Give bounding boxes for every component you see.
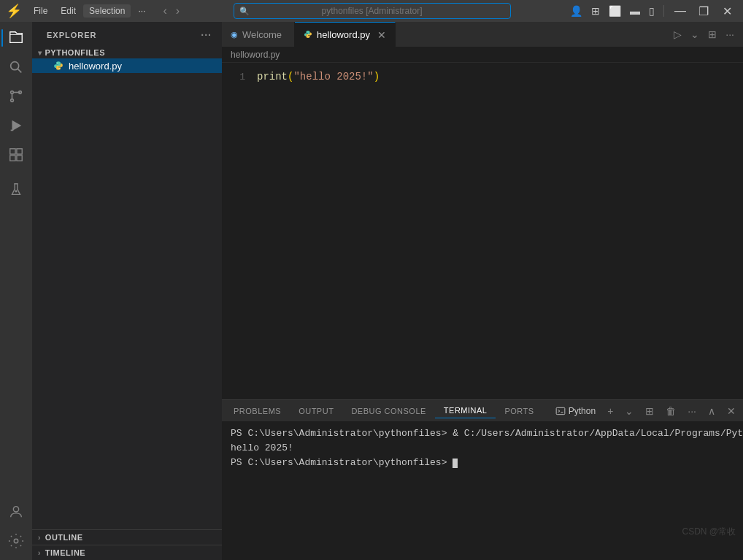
timeline-section[interactable]: › Timeline [32, 545, 222, 560]
maximize-button[interactable]: ❐ [693, 4, 714, 18]
shell-name: Python [569, 406, 596, 416]
folder-name: PYTHONFILES [45, 48, 106, 57]
token-print: print [257, 71, 288, 83]
folder-header[interactable]: ▾ PYTHONFILES [32, 47, 222, 58]
breadcrumb-text: helloword.py [231, 50, 280, 60]
terminal-cursor [453, 459, 458, 468]
nav-back-button[interactable]: ‹ [160, 4, 169, 18]
split-terminal-icon[interactable]: ⊞ [641, 404, 658, 418]
split-editor-icon[interactable]: ⊞ [705, 27, 720, 42]
welcome-tab-icon: ◉ [231, 30, 238, 39]
layout-grid-icon[interactable]: ⊞ [588, 4, 603, 18]
terminal-text-1: PS C:\Users\Administrator\pythonfiles> &… [231, 428, 743, 439]
svg-point-2 [11, 91, 14, 94]
sidebar-item-test[interactable] [3, 177, 29, 203]
minimize-button[interactable]: — [670, 4, 690, 18]
svg-point-13 [13, 507, 18, 512]
svg-line-1 [18, 69, 21, 72]
sidebar-item-settings[interactable] [3, 528, 29, 554]
terminal-actions: Python + ⌄ ⊞ 🗑 ··· ∧ ✕ [551, 404, 740, 418]
svg-rect-9 [17, 149, 22, 154]
terminal-tabs: PROBLEMS OUTPUT DEBUG CONSOLE TERMINAL P… [222, 400, 743, 422]
folder-chevron-icon: ▾ [38, 49, 42, 57]
terminal-line-1: PS C:\Users\Administrator\pythonfiles> &… [231, 426, 734, 441]
tab-helloword[interactable]: helloword.py ✕ [295, 22, 396, 47]
run-button[interactable]: ▷ [671, 27, 685, 42]
close-terminal-icon[interactable]: ✕ [723, 404, 740, 418]
sidebar-item-search[interactable] [3, 54, 29, 80]
terminal-dropdown-icon[interactable]: ⌄ [620, 404, 638, 418]
tab-terminal[interactable]: TERMINAL [435, 403, 496, 418]
terminal-line-3: PS C:\Users\Administrator\pythonfiles> [231, 456, 734, 470]
file-item-helloword[interactable]: helloword.py [32, 58, 222, 73]
tab-welcome-label: Welcome [242, 29, 282, 40]
sidebar-item-run[interactable] [3, 112, 29, 139]
tab-output[interactable]: OUTPUT [290, 404, 342, 418]
add-terminal-button[interactable]: + [603, 404, 617, 418]
activity-bar-bottom [3, 499, 29, 560]
title-controls: 👤 ⊞ ⬜ ▬ ▯ — ❐ ✕ [567, 4, 737, 18]
layout-sidebar-icon[interactable]: ▯ [646, 4, 658, 18]
sidebar-item-explorer[interactable] [3, 25, 29, 51]
timeline-chevron-icon: › [38, 549, 41, 557]
tab-problems[interactable]: PROBLEMS [225, 404, 290, 418]
tab-ports[interactable]: PORTS [496, 404, 542, 418]
collapse-terminal-icon[interactable]: ∧ [704, 404, 720, 418]
svg-rect-17 [556, 407, 565, 414]
menu-selection[interactable]: Selection [83, 4, 131, 18]
tab-bar: ◉ Welcome helloword.py ✕ ▷ ⌄ ⊞ ··· [222, 22, 743, 47]
tab-welcome[interactable]: ◉ Welcome [222, 22, 295, 47]
svg-rect-8 [10, 149, 15, 154]
terminal-text-2: hello 2025! [231, 442, 293, 453]
sidebar-item-source-control[interactable] [3, 83, 29, 110]
menu-bar: File Edit Selection ··· [28, 4, 151, 18]
svg-rect-10 [10, 156, 15, 161]
search-activity-icon [8, 59, 24, 75]
nav-forward-button[interactable]: › [173, 4, 182, 18]
terminal-content[interactable]: PS C:\Users\Administrator\pythonfiles> &… [222, 422, 743, 560]
menu-edit[interactable]: Edit [55, 4, 82, 18]
editor-more-icon[interactable]: ··· [723, 27, 737, 42]
search-bar: 🔍 [188, 3, 555, 19]
menu-more[interactable]: ··· [132, 4, 151, 18]
sidebar-header-icons: ··· [199, 28, 213, 42]
terminal-shell-label: Python [551, 404, 600, 418]
terminal-line-2: hello 2025! [231, 441, 734, 456]
sidebar-item-account[interactable] [3, 499, 29, 525]
sidebar-item-extensions[interactable] [3, 142, 29, 168]
source-control-icon [8, 88, 24, 104]
account-title-icon[interactable]: 👤 [567, 4, 585, 18]
settings-icon [8, 533, 24, 549]
layout-panel-icon[interactable]: ▬ [627, 4, 643, 18]
svg-point-0 [11, 62, 19, 70]
run-dropdown-icon[interactable]: ⌄ [688, 27, 702, 42]
search-input[interactable] [234, 3, 511, 19]
test-icon [8, 182, 24, 198]
terminal-more-icon[interactable]: ··· [683, 404, 701, 418]
menu-file[interactable]: File [28, 4, 53, 18]
sidebar-bottom: › Outline › Timeline [32, 529, 222, 560]
svg-point-15 [57, 63, 58, 64]
layout-split-icon[interactable]: ⬜ [606, 4, 624, 18]
tab-debug-console[interactable]: DEBUG CONSOLE [342, 404, 434, 418]
close-button[interactable]: ✕ [717, 4, 737, 18]
new-file-icon[interactable]: ··· [199, 28, 213, 42]
code-content-1[interactable]: print("hello 2025!") [257, 69, 743, 85]
titlebar: ⚡ File Edit Selection ··· ‹ › 🔍 👤 ⊞ ⬜ ▬ … [0, 0, 743, 22]
search-icon: 🔍 [239, 7, 250, 16]
outline-section[interactable]: › Outline [32, 529, 222, 545]
py-tab-icon [304, 30, 312, 39]
line-number-1: 1 [222, 69, 257, 85]
close-tab-button[interactable]: ✕ [377, 30, 386, 40]
extensions-icon [8, 147, 24, 163]
token-close-paren: ) [374, 71, 380, 83]
sidebar-header: Explorer ··· [32, 22, 222, 45]
token-string: "hello 2025!" [293, 71, 373, 83]
tab-helloword-label: helloword.py [317, 29, 370, 40]
helloword-tab-icon [304, 30, 312, 40]
trash-icon[interactable]: 🗑 [661, 404, 680, 418]
timeline-label: Timeline [45, 548, 85, 557]
folder-section: ▾ PYTHONFILES helloword.py [32, 45, 222, 74]
explorer-icon [8, 30, 24, 46]
editor-content[interactable]: 1 print("hello 2025!") [222, 63, 743, 399]
